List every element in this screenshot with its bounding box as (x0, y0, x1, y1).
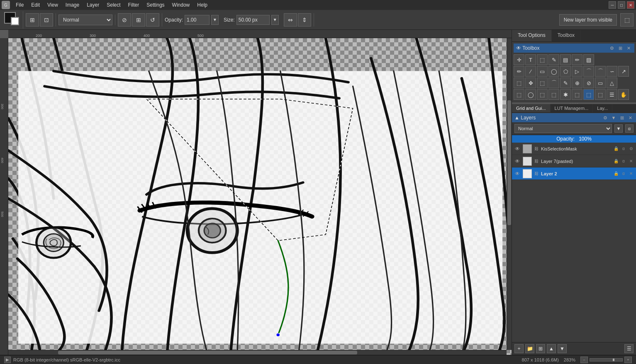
layer-action-alpha-0[interactable]: α (620, 146, 627, 152)
maximize-btn[interactable]: □ (618, 1, 625, 9)
layer-eye-1[interactable]: 👁 (514, 158, 521, 165)
size-input[interactable] (236, 15, 270, 25)
horizontal-scroll-thumb[interactable] (58, 351, 357, 354)
tool-lasso[interactable]: ⌒ (548, 78, 559, 88)
tool-curve1[interactable]: ⌒ (583, 66, 594, 77)
tool-rect2[interactable]: ▭ (595, 78, 606, 88)
menu-edit[interactable]: Edit (28, 1, 43, 9)
layer-settings-btn[interactable]: ☰ (624, 344, 634, 353)
tool-arrow-diag[interactable]: ↗ (618, 66, 629, 77)
tool-sel-path[interactable]: ⬚ (572, 89, 582, 100)
dock-tab-lut[interactable]: LUT Managem... (551, 104, 593, 112)
tool-rect-select[interactable]: ⬚ (537, 54, 548, 65)
tool-sel-free[interactable]: ⬚ (548, 89, 559, 100)
tool-crop[interactable]: ⬚ (537, 78, 548, 88)
toolbox-detach-btn[interactable]: ⊞ (617, 45, 624, 51)
tool-preset-btn[interactable]: ⊞ (26, 13, 39, 27)
tool-move[interactable]: ✥ (525, 78, 536, 88)
tool-pan[interactable]: ✋ (618, 89, 629, 100)
layer-action-lock-1[interactable]: 🔒 (613, 158, 619, 165)
layer-action-lock-2[interactable]: 🔒 (613, 170, 619, 177)
tool-brush[interactable]: ✏ (514, 66, 524, 77)
zoom-out-btn[interactable]: − (580, 357, 588, 363)
menu-image[interactable]: Image (62, 1, 83, 9)
vertical-scroll-thumb[interactable] (507, 100, 511, 225)
tool-wave[interactable]: ∽ (607, 66, 617, 77)
opacity-input[interactable] (185, 15, 210, 25)
layer-action-more-1[interactable]: ✕ (628, 158, 634, 165)
tool-path[interactable]: ▷ (572, 66, 582, 77)
menu-settings[interactable]: Settings (143, 1, 168, 9)
menu-layer[interactable]: Layer (83, 1, 102, 9)
dock-tab-lay[interactable]: Lay... (593, 104, 612, 112)
tool-options-btn[interactable]: ⊡ (40, 13, 53, 27)
tool-add[interactable]: ⊕ (572, 78, 582, 88)
layer-folder-btn[interactable]: 📁 (525, 344, 534, 353)
layer-copy-btn[interactable]: ⊞ (536, 344, 545, 353)
tab-toolbox[interactable]: Toolbox (552, 30, 581, 41)
tool-sel-rect[interactable]: ⬚ (514, 89, 524, 100)
tool-triangle[interactable]: △ (607, 78, 617, 88)
layers-close-btn[interactable]: ✕ (627, 114, 634, 121)
statusbar-expand-btn[interactable]: ▶ (4, 357, 11, 363)
tool-rect[interactable]: ▭ (537, 66, 548, 77)
layer-eye-2[interactable]: 👁 (514, 170, 521, 177)
tool-text[interactable]: T (525, 54, 536, 65)
layer-mode-select[interactable]: Normal (514, 124, 612, 133)
layer-action-alpha-2[interactable]: α (620, 170, 627, 177)
layer-add-btn[interactable]: + (514, 344, 524, 353)
tool-subtract[interactable]: ⊘ (583, 78, 594, 88)
menu-window[interactable]: Window (169, 1, 193, 9)
tool-ellipse[interactable]: ◯ (548, 66, 559, 77)
opacity-menu-btn[interactable]: ▼ (211, 15, 219, 25)
menu-view[interactable]: View (44, 1, 61, 9)
erase-btn[interactable]: ⊘ (118, 13, 131, 27)
layers-detach-btn[interactable]: ⊞ (619, 114, 625, 121)
tool-sel-poly[interactable]: ⬚ (537, 89, 548, 100)
menu-help[interactable]: Help (194, 1, 211, 9)
layer-action-more-0[interactable]: ⚙ (628, 146, 634, 152)
tool-scissors[interactable]: ✱ (560, 89, 571, 100)
layer-item-2[interactable]: 👁 ⛓ Layer 2 🔒 α ✕ (512, 167, 636, 180)
tool-curve2[interactable]: ⌒ (595, 66, 606, 77)
tool-pen[interactable]: ✎ (560, 78, 571, 88)
size-menu-btn[interactable]: ▼ (271, 15, 279, 25)
mirror-h-btn[interactable]: ⇔ (284, 13, 297, 27)
zoom-slider-thumb[interactable] (613, 359, 614, 361)
menu-file[interactable]: File (12, 1, 27, 9)
panel-toggle-btn[interactable]: ⬚ (620, 13, 634, 27)
tool-paint[interactable]: ✏ (572, 54, 582, 65)
layer-up-btn[interactable]: ▲ (547, 344, 556, 353)
tab-tool-options[interactable]: Tool Options (512, 30, 552, 41)
layer-mode-down-btn[interactable]: ▼ (614, 124, 623, 133)
toolbox-configure-btn[interactable]: ⚙ (609, 45, 615, 51)
zoom-in-btn[interactable]: + (624, 357, 632, 363)
toolbox-close-btn[interactable]: ✕ (625, 45, 632, 51)
tool-fill[interactable]: ▤ (560, 54, 571, 65)
layer-action-more-2[interactable]: ✕ (628, 170, 634, 177)
tool-hatch[interactable]: ▧ (583, 54, 594, 65)
lock-btn[interactable]: ⊞ (132, 13, 145, 27)
tool-sel-ellipse[interactable]: ◯ (525, 89, 536, 100)
layer-lock-alpha-btn[interactable]: α (625, 124, 634, 133)
tool-arrow[interactable]: ✛ (514, 54, 524, 65)
blend-mode-select[interactable]: Normal (58, 15, 112, 25)
layers-configure-btn[interactable]: ⚙ (602, 114, 609, 121)
tool-line[interactable]: ∕ (525, 66, 536, 77)
layer-item-1[interactable]: 👁 ⛓ Layer 7(pasted) 🔒 α ✕ (512, 155, 636, 167)
canvas-viewport[interactable]: .hair-stroke { stroke: #111; stroke-widt… (8, 38, 512, 355)
tool-polygon[interactable]: ⬠ (560, 66, 571, 77)
vertical-scrollbar[interactable] (507, 38, 512, 350)
tool-pencil[interactable]: ✎ (548, 54, 559, 65)
tool-transform[interactable]: ⬚ (514, 78, 524, 88)
tool-sel-active[interactable]: ⬚ (583, 89, 594, 100)
layer-eye-0[interactable]: 👁 (514, 145, 521, 153)
layer-item-0[interactable]: 👁 ⛓ KisSelectionMask 🔒 α ⚙ (512, 143, 636, 155)
zoom-slider[interactable] (590, 358, 623, 362)
layer-action-alpha-1[interactable]: α (620, 158, 627, 165)
background-color[interactable] (11, 17, 19, 25)
layer-action-lock-0[interactable]: 🔒 (613, 146, 619, 152)
close-btn[interactable]: ✕ (627, 1, 634, 9)
mirror-v-btn[interactable]: ⇕ (298, 13, 311, 27)
dock-tab-grid[interactable]: Grid and Gui... (512, 104, 551, 112)
